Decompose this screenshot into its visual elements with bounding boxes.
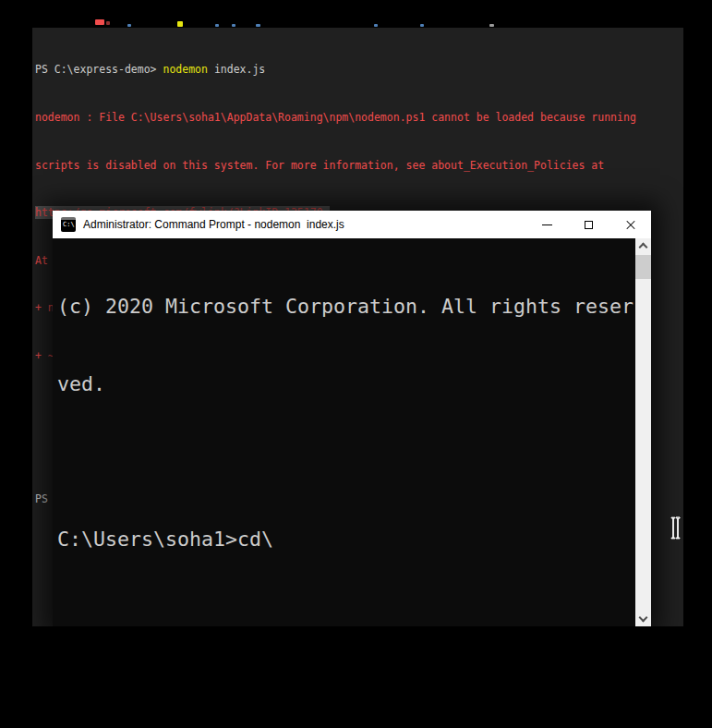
window-controls <box>526 211 651 238</box>
cmd-window: C:\ Administrator: Command Prompt - node… <box>53 211 651 626</box>
command-text: nodemon <box>163 63 207 76</box>
cmd-output: (c) 2020 Microsoft Corporation. All righ… <box>53 238 651 626</box>
error-line: scripts is disabled on this system. For … <box>35 158 683 174</box>
cmd-titlebar[interactable]: C:\ Administrator: Command Prompt - node… <box>53 211 651 238</box>
minimize-button[interactable] <box>526 211 568 238</box>
terminal-prompt-line: PS C:\express-demo> nodemon index.js <box>35 62 683 78</box>
scroll-down-icon[interactable] <box>635 611 651 626</box>
scroll-up-icon[interactable] <box>635 238 651 254</box>
ibeam-cursor-icon <box>669 516 682 541</box>
terminal-line <box>57 604 631 626</box>
command-arg-text: index.js <box>208 63 265 76</box>
scrollbar-thumb[interactable] <box>635 255 651 279</box>
prompt-text: PS C:\express-demo> <box>35 63 163 76</box>
window-title: Administrator: Command Prompt - nodemon … <box>83 218 344 231</box>
desktop: PS C:\express-demo> nodemon index.js nod… <box>0 0 712 728</box>
maximize-icon <box>585 221 593 229</box>
maximize-button[interactable] <box>568 211 609 238</box>
terminal-line: C:\Users\soha1>cd\ <box>57 527 631 552</box>
scrollbar[interactable] <box>635 238 651 626</box>
cmd-app-icon: C:\ <box>61 217 76 232</box>
close-button[interactable] <box>609 211 651 238</box>
terminal-line: (c) 2020 Microsoft Corporation. All righ… <box>57 294 631 320</box>
close-icon <box>625 219 636 230</box>
minimize-icon <box>542 224 552 225</box>
error-line: nodemon : File C:\Users\soha1\AppData\Ro… <box>35 110 683 126</box>
terminal-line: ved. <box>57 371 631 397</box>
cmd-terminal[interactable]: (c) 2020 Microsoft Corporation. All righ… <box>53 238 651 626</box>
terminal-line <box>57 449 631 475</box>
